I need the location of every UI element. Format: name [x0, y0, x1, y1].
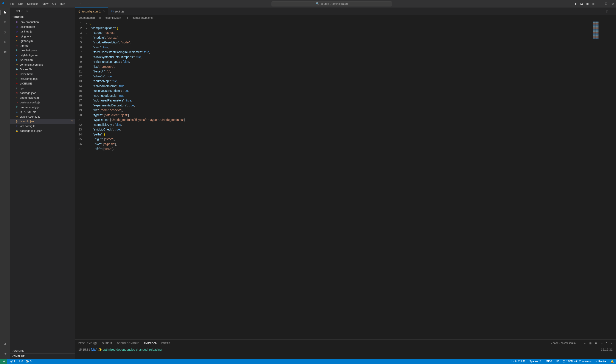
menu-file[interactable]: File — [8, 1, 16, 6]
breadcrumb-item[interactable]: tsconfig.json — [106, 16, 121, 19]
file-icon: © — [15, 82, 18, 85]
status-encoding[interactable]: UTF-8 — [545, 360, 552, 363]
file-tsconfig.json[interactable]: {}tsconfig.json2 — [10, 119, 75, 124]
nav-forward-icon[interactable]: → — [86, 2, 89, 5]
file-.npmrc[interactable]: N.npmrc — [10, 43, 75, 48]
status-language[interactable]: { } JSON with Comments — [563, 360, 591, 363]
terminal-profile[interactable]: ▹ node - courseadmin — [551, 342, 575, 345]
file-prettier.config.js[interactable]: Pprettier.config.js — [10, 105, 75, 109]
file-tree: ⚙.env.production◎.eslintignore◎.eslintrc… — [10, 20, 75, 348]
more-icon[interactable]: ··· — [69, 10, 71, 12]
file-.eslintrc.js[interactable]: ◎.eslintrc.js — [10, 29, 75, 34]
code-editor[interactable]: { "compilerOptions": { "target": "esnext… — [90, 20, 592, 339]
source-control-icon[interactable] — [3, 29, 8, 35]
status-warnings[interactable]: ⚠ 0 — [18, 360, 23, 363]
remote-indicator[interactable] — [0, 359, 7, 364]
file-.prettierignore[interactable]: P.prettierignore — [10, 48, 75, 53]
menu-selection[interactable]: Selection — [25, 1, 40, 6]
file-commitlint.config.js[interactable]: JScommitlint.config.js — [10, 62, 75, 67]
file-LICENSE[interactable]: ©LICENSE — [10, 81, 75, 86]
status-prettier[interactable]: ✓ Prettier — [595, 360, 607, 363]
file-vite.config.ts[interactable]: ▼vite.config.ts — [10, 124, 75, 128]
search-icon[interactable] — [3, 20, 8, 25]
tab-tsconfig.json[interactable]: {}tsconfig.json2✕ — [75, 8, 108, 15]
menu-edit[interactable]: Edit — [16, 1, 25, 6]
kill-terminal-icon[interactable]: 🗑 — [595, 342, 597, 344]
maximize-panel-icon[interactable]: ^ — [606, 342, 607, 344]
file-icon: {} — [15, 119, 18, 123]
file-package.json[interactable]: Npackage.json — [10, 91, 75, 95]
breadcrumb[interactable]: courseadmin›{}›tsconfig.json›{ }›compile… — [75, 15, 616, 20]
menu-run[interactable]: Run — [58, 1, 67, 6]
menu-···[interactable]: ··· — [67, 1, 73, 6]
panel-tab-problems[interactable]: PROBLEMS2 — [78, 342, 97, 344]
breadcrumb-item[interactable]: compilerOptions — [132, 16, 153, 19]
file-package-lock.json[interactable]: 🔒package-lock.json — [10, 128, 75, 133]
panel-tab-ports[interactable]: PORTS — [161, 342, 170, 344]
command-center[interactable]: 🔍 course [Administrator] — [271, 1, 392, 6]
layout-sidebar-left-icon[interactable]: ◧ — [574, 2, 577, 5]
status-notifications-icon[interactable]: 🔔 — [611, 360, 614, 363]
new-terminal-icon[interactable]: + — [579, 342, 580, 344]
terminal-dropdown-icon[interactable]: ⌄ — [584, 342, 586, 345]
terminal-content[interactable]: 15:15:31 [vite] ✨ optimized dependencies… — [75, 347, 616, 353]
settings-gear-icon[interactable] — [3, 351, 8, 356]
breadcrumb-item[interactable]: courseadmin — [79, 16, 95, 19]
file-postcss.config.js[interactable]: ⬡postcss.config.js — [10, 100, 75, 105]
minimize-icon[interactable]: ─ — [599, 2, 601, 5]
file-label: jest.config.mjs — [20, 77, 38, 80]
layout-customize-icon[interactable]: ▥ — [592, 2, 594, 5]
fold-column[interactable]: ⌄⌄ ⌄ — [86, 20, 90, 339]
extensions-icon[interactable] — [3, 49, 8, 54]
file-stylelint.config.js[interactable]: JSstylelint.config.js — [10, 114, 75, 119]
file-index.html[interactable]: ◈index.html — [10, 72, 75, 76]
status-indentation[interactable]: Spaces: 2 — [530, 360, 541, 363]
nav-back-icon[interactable]: ← — [79, 2, 82, 5]
tab-main.ts[interactable]: TSmain.ts — [108, 8, 127, 15]
menu-view[interactable]: View — [41, 1, 50, 6]
file-pnpm-lock.yaml[interactable]: Ypnpm-lock.yaml — [10, 95, 75, 100]
file-Dockerfile[interactable]: 🐳Dockerfile — [10, 67, 75, 72]
layout-panel-icon[interactable]: ⬓ — [580, 2, 583, 5]
status-cursor-position[interactable]: Ln 8, Col 42 — [512, 360, 526, 363]
status-ports[interactable]: 📡 0 — [26, 360, 31, 363]
menu-go[interactable]: Go — [51, 1, 58, 6]
file-icon: P — [15, 49, 18, 52]
breadcrumb-item[interactable]: { } — [125, 16, 128, 19]
status-errors[interactable]: ⓧ 2 — [10, 360, 15, 363]
file-.eslintignore[interactable]: ◎.eslintignore — [10, 24, 75, 29]
accounts-icon[interactable] — [3, 341, 8, 346]
close-icon[interactable]: ✕ — [612, 2, 614, 5]
layout-sidebar-right-icon[interactable]: ◨ — [586, 2, 589, 5]
file-.env.production[interactable]: ⚙.env.production — [10, 20, 75, 24]
panel-tab-debug console[interactable]: DEBUG CONSOLE — [117, 342, 139, 344]
tab-close-icon[interactable]: ✕ — [103, 10, 105, 13]
breadcrumb-item[interactable]: {} — [99, 16, 101, 19]
folder-section[interactable]: COURSE — [10, 14, 75, 20]
section-outline[interactable]: OUTLINE — [10, 348, 75, 353]
explorer-icon[interactable] — [0, 10, 10, 15]
section-timeline[interactable]: TIMELINE — [10, 353, 75, 359]
panel-tab-terminal[interactable]: TERMINAL — [144, 341, 157, 345]
close-panel-icon[interactable]: ✕ — [611, 342, 613, 345]
panel-tab-output[interactable]: OUTPUT — [102, 342, 112, 344]
editor-tabs: {}tsconfig.json2✕TSmain.ts◫··· — [75, 8, 616, 15]
file-label: stylelint.config.js — [20, 115, 40, 118]
file-.gitignore[interactable]: ◆.gitignore — [10, 34, 75, 39]
run-debug-icon[interactable] — [3, 39, 8, 44]
split-terminal-icon[interactable]: ◫ — [589, 342, 591, 345]
file-README.md[interactable]: ⓘREADME.md — [10, 109, 75, 114]
file-label: .gitpod.yml — [20, 39, 33, 43]
file-.gitpod.yml[interactable]: Y.gitpod.yml — [10, 39, 75, 43]
status-eol[interactable]: LF — [556, 360, 559, 363]
file-.stylelintignore[interactable]: ✓.stylelintignore — [10, 53, 75, 57]
split-editor-icon[interactable]: ◫ — [605, 10, 608, 13]
file-.yarnclean[interactable]: ▮.yarnclean — [10, 57, 75, 62]
editor-area: {}tsconfig.json2✕TSmain.ts◫··· courseadm… — [75, 8, 616, 359]
more-actions-icon[interactable]: ··· — [611, 10, 613, 13]
maximize-icon[interactable]: ❐ — [605, 2, 608, 5]
more-icon[interactable]: ··· — [601, 342, 603, 344]
minimap[interactable]: ████ ███ ██████ ███████ ███ ██████ █████… — [592, 20, 616, 339]
file-npm[interactable]: ▮npm — [10, 86, 75, 91]
file-jest.config.mjs[interactable]: ●jest.config.mjs — [10, 76, 75, 81]
